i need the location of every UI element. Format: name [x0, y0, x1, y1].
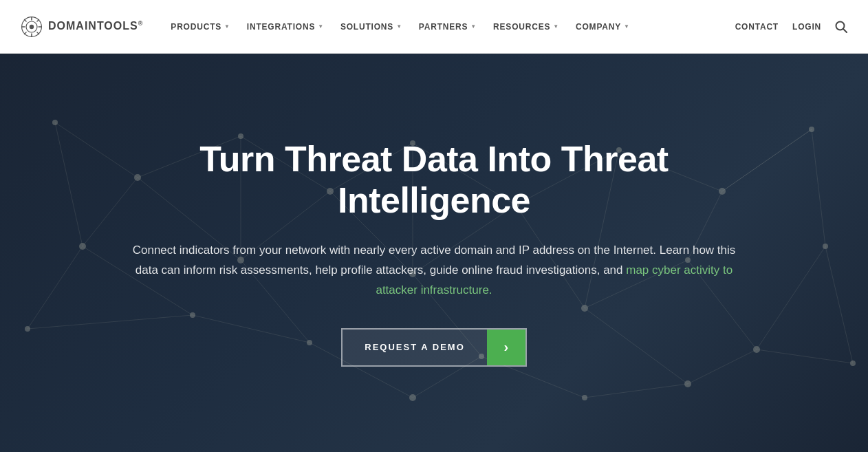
cta-button-label: REQUEST A DEMO: [343, 330, 487, 365]
integrations-caret-icon: ▼: [318, 23, 324, 30]
svg-line-40: [825, 246, 853, 363]
resources-caret-icon: ▼: [553, 23, 559, 30]
nav-link-login[interactable]: LOGIN: [792, 22, 821, 32]
svg-point-43: [52, 120, 58, 125]
nav-link-integrations[interactable]: INTEGRATIONS ▼: [240, 18, 331, 36]
products-caret-icon: ▼: [224, 23, 230, 30]
main-nav: PRODUCTS ▼ INTEGRATIONS ▼ SOLUTIONS ▼ PA…: [164, 18, 735, 36]
brand-logo-link[interactable]: DOMAINTOOLS®: [21, 16, 143, 38]
nav-link-solutions[interactable]: SOLUTIONS ▼: [334, 18, 409, 36]
svg-point-61: [823, 244, 828, 249]
partners-caret-icon: ▼: [470, 23, 477, 30]
nav-item-solutions: SOLUTIONS ▼: [334, 18, 409, 36]
hero-title: Turn Threat Data Into Threat Intelligenc…: [111, 139, 757, 222]
nav-item-company: COMPANY ▼: [569, 18, 637, 36]
svg-point-51: [809, 127, 814, 132]
hero-section: Turn Threat Data Into Threat Intelligenc…: [0, 54, 868, 452]
nav-item-integrations: INTEGRATIONS ▼: [240, 18, 331, 36]
search-button[interactable]: [835, 21, 847, 33]
nav-link-partners[interactable]: PARTNERS ▼: [412, 18, 484, 36]
nav-item-products: PRODUCTS ▼: [164, 18, 237, 36]
svg-line-4: [843, 29, 847, 32]
nav-item-resources: RESOURCES ▼: [486, 18, 566, 36]
search-icon: [835, 21, 847, 33]
svg-line-30: [812, 129, 825, 246]
svg-point-2: [30, 24, 34, 28]
solutions-caret-icon: ▼: [396, 23, 402, 30]
brand-icon: [21, 16, 43, 38]
svg-point-62: [25, 326, 30, 332]
nav-link-resources[interactable]: RESOURCES ▼: [486, 18, 566, 36]
svg-line-36: [585, 384, 688, 398]
navbar: DOMAINTOOLS® PRODUCTS ▼ INTEGRATIONS ▼ S…: [0, 0, 868, 54]
nav-link-contact[interactable]: CONTACT: [735, 22, 779, 32]
request-demo-button[interactable]: REQUEST A DEMO ›: [341, 328, 527, 367]
hero-subtitle: Connect indicators from your network wit…: [124, 241, 744, 301]
cta-arrow-icon: ›: [487, 330, 525, 365]
svg-point-65: [684, 380, 691, 387]
nav-link-products[interactable]: PRODUCTS ▼: [164, 18, 237, 36]
navbar-right: CONTACT LOGIN: [735, 21, 847, 33]
nav-link-company[interactable]: COMPANY ▼: [569, 18, 637, 36]
svg-point-45: [238, 133, 243, 139]
nav-item-partners: PARTNERS ▼: [412, 18, 484, 36]
svg-point-66: [850, 360, 856, 366]
company-caret-icon: ▼: [624, 23, 630, 30]
brand-name: DOMAINTOOLS®: [48, 20, 143, 32]
cta-container: REQUEST A DEMO ›: [111, 328, 757, 367]
hero-content: Turn Threat Data Into Threat Intelligenc…: [56, 139, 812, 366]
svg-point-64: [582, 395, 587, 400]
svg-point-63: [409, 394, 416, 401]
